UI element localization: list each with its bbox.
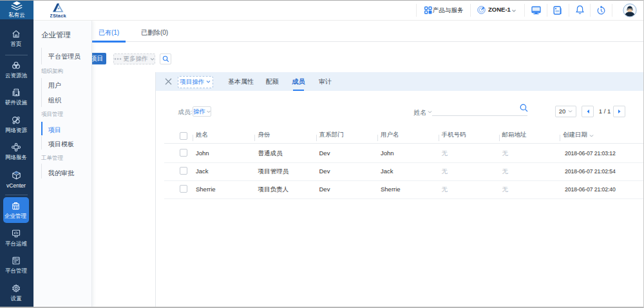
svg-text:ZStack: ZStack — [50, 13, 67, 19]
